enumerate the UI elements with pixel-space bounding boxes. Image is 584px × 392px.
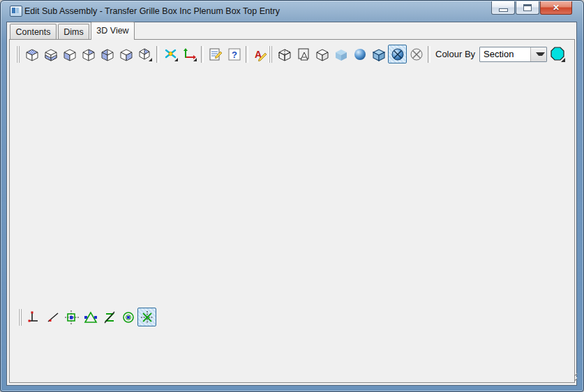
flat-shaded-button[interactable] (331, 45, 350, 63)
flat-shaded-icon (333, 46, 350, 63)
wireframe-button[interactable] (275, 45, 294, 63)
ucs-triad-icon (181, 46, 198, 63)
snap-toolbar (17, 308, 156, 326)
tab-contents[interactable]: Contents (10, 24, 57, 39)
snap-midpoint-icon (82, 309, 99, 326)
white-shaded-icon (314, 46, 331, 63)
hidden-line-icon (295, 46, 312, 63)
separator (428, 46, 430, 63)
colour-swatch-icon (548, 45, 567, 63)
snap-endpoint-icon (63, 309, 80, 326)
tab-3d-view[interactable]: 3D View (91, 22, 135, 40)
view-right-button[interactable] (117, 45, 135, 63)
combo-dropdown[interactable] (530, 47, 546, 61)
snap-nearest-button[interactable] (43, 308, 62, 326)
close-button[interactable]: ✕ (540, 1, 572, 15)
view-iso-icon (137, 46, 154, 63)
hidden-line-button[interactable] (294, 45, 313, 63)
view-bottom-button[interactable] (41, 45, 60, 63)
window-controls: ✕ (491, 1, 572, 15)
tab-page-3d-view (9, 39, 575, 383)
snap-centre-icon (120, 309, 137, 326)
shaded-edges-button[interactable] (369, 45, 388, 63)
view-right-icon (118, 46, 135, 63)
snap-midpoint-button[interactable] (81, 308, 100, 326)
sphere-cross-off-icon (408, 46, 425, 63)
snap-grid-icon (139, 309, 156, 326)
colour-swatch-button[interactable] (547, 45, 568, 63)
snap-tangent-icon (101, 309, 118, 326)
view-back-button[interactable] (79, 45, 98, 63)
svg-text:?: ? (232, 50, 237, 60)
view-bottom-icon (43, 46, 59, 63)
view-toolbar: ? A (15, 45, 269, 63)
view-iso-button[interactable] (135, 45, 154, 63)
view-front-button[interactable] (60, 45, 79, 63)
separator (201, 46, 204, 63)
maximize-icon (523, 4, 532, 11)
shaded-edges-icon (370, 46, 387, 63)
separator (156, 46, 159, 63)
separator (246, 46, 248, 63)
dialog-window: Edit Sub Assembly - Transfer Grille Box … (0, 0, 584, 392)
properties-icon (207, 46, 224, 63)
minimize-button[interactable] (491, 1, 515, 15)
annotate-button[interactable]: A (250, 45, 269, 63)
gouraud-sphere-icon (352, 46, 368, 63)
maximize-button[interactable] (516, 1, 539, 15)
toolbar-gripper[interactable] (269, 46, 272, 63)
help-icon: ? (226, 46, 243, 63)
sphere-cross-on-button[interactable] (388, 45, 407, 63)
wireframe-icon (276, 46, 293, 63)
snap-perpendicular-icon (26, 309, 43, 326)
render-toolbar: Colour By Section (268, 45, 568, 63)
gouraud-sphere-button[interactable] (350, 45, 369, 63)
window-title: Edit Sub Assembly - Transfer Grille Box … (24, 6, 280, 16)
toolbar-gripper[interactable] (18, 309, 22, 326)
properties-button[interactable] (206, 45, 225, 63)
ucs-triad-button[interactable] (180, 45, 199, 63)
close-icon: ✕ (553, 3, 560, 12)
snap-grid-button[interactable] (137, 308, 156, 326)
sphere-cross-on-icon (389, 46, 406, 63)
help-button[interactable]: ? (225, 45, 244, 63)
app-icon (10, 6, 22, 17)
colour-by-select[interactable]: Section (479, 47, 547, 62)
annotate-icon: A (252, 46, 269, 63)
snap-nearest-icon (45, 309, 61, 326)
view-top-button[interactable] (22, 45, 41, 63)
view-left-icon (99, 46, 116, 63)
colour-by-value: Section (480, 49, 514, 59)
colour-by-label: Colour By (435, 49, 475, 59)
tab-dims[interactable]: Dims (58, 24, 89, 39)
view-back-icon (80, 46, 97, 63)
axes-icon (163, 46, 179, 63)
minimize-icon (499, 8, 508, 12)
view-left-button[interactable] (98, 45, 117, 63)
axes-button[interactable] (161, 45, 180, 63)
snap-centre-button[interactable] (119, 308, 137, 326)
view-front-icon (61, 46, 78, 63)
sphere-cross-off-button[interactable] (407, 45, 426, 63)
chevron-down-icon (536, 52, 545, 56)
snap-perpendicular-button[interactable] (24, 308, 43, 326)
toolbar-gripper[interactable] (16, 46, 20, 63)
view-top-icon (24, 46, 40, 63)
white-shaded-button[interactable] (313, 45, 331, 63)
snap-endpoint-button[interactable] (62, 308, 81, 326)
snap-tangent-button[interactable] (100, 308, 119, 326)
